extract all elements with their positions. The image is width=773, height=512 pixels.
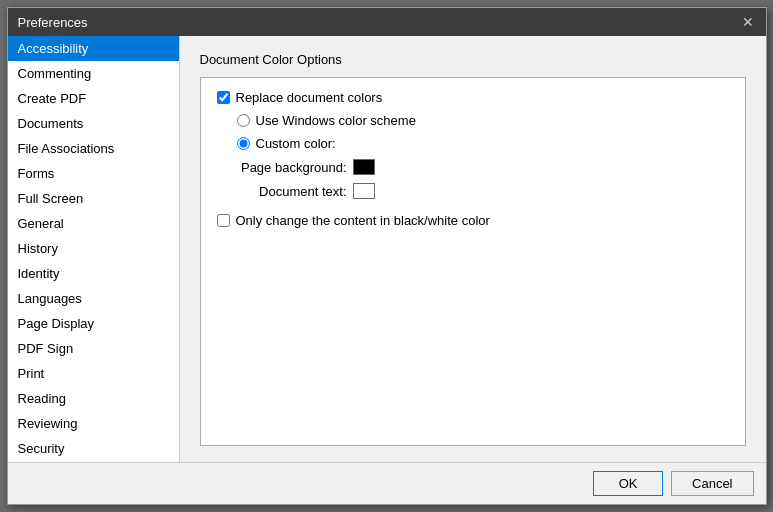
sidebar-item-pdf-sign[interactable]: PDF Sign — [8, 336, 179, 361]
replace-colors-checkbox[interactable] — [217, 91, 230, 104]
custom-color-radio[interactable] — [237, 137, 250, 150]
page-bg-label: Page background: — [237, 160, 347, 175]
doc-text-row: Document text: — [237, 183, 729, 199]
only-change-label[interactable]: Only change the content in black/white c… — [236, 213, 490, 228]
sidebar-item-accessibility[interactable]: Accessibility — [8, 36, 179, 61]
title-bar: Preferences ✕ — [8, 8, 766, 36]
custom-color-row: Custom color: — [237, 136, 729, 151]
preferences-dialog: Preferences ✕ AccessibilityCommentingCre… — [7, 7, 767, 505]
sidebar-item-identity[interactable]: Identity — [8, 261, 179, 286]
dialog-footer: OK Cancel — [8, 462, 766, 504]
sidebar-item-commenting[interactable]: Commenting — [8, 61, 179, 86]
use-windows-radio[interactable] — [237, 114, 250, 127]
sidebar-item-forms[interactable]: Forms — [8, 161, 179, 186]
ok-button[interactable]: OK — [593, 471, 663, 496]
sidebar-item-create-pdf[interactable]: Create PDF — [8, 86, 179, 111]
sidebar-item-security[interactable]: Security — [8, 436, 179, 461]
doc-text-label: Document text: — [237, 184, 347, 199]
only-change-row: Only change the content in black/white c… — [217, 213, 729, 228]
doc-text-swatch[interactable] — [353, 183, 375, 199]
sidebar-item-reviewing[interactable]: Reviewing — [8, 411, 179, 436]
sidebar-item-page-display[interactable]: Page Display — [8, 311, 179, 336]
sidebar-item-file-associations[interactable]: File Associations — [8, 136, 179, 161]
use-windows-label[interactable]: Use Windows color scheme — [256, 113, 416, 128]
cancel-button[interactable]: Cancel — [671, 471, 753, 496]
sidebar-item-languages[interactable]: Languages — [8, 286, 179, 311]
replace-colors-label[interactable]: Replace document colors — [236, 90, 383, 105]
sidebar-item-print[interactable]: Print — [8, 361, 179, 386]
use-windows-row: Use Windows color scheme — [237, 113, 729, 128]
sidebar-item-history[interactable]: History — [8, 236, 179, 261]
page-bg-swatch[interactable] — [353, 159, 375, 175]
section-title: Document Color Options — [200, 52, 746, 67]
sidebar-item-documents[interactable]: Documents — [8, 111, 179, 136]
only-change-checkbox[interactable] — [217, 214, 230, 227]
sidebar: AccessibilityCommentingCreate PDFDocumen… — [8, 36, 180, 462]
dialog-body: AccessibilityCommentingCreate PDFDocumen… — [8, 36, 766, 462]
sidebar-item-general[interactable]: General — [8, 211, 179, 236]
page-background-row: Page background: — [237, 159, 729, 175]
options-box: Replace document colors Use Windows colo… — [200, 77, 746, 446]
custom-color-label[interactable]: Custom color: — [256, 136, 336, 151]
sidebar-item-reading[interactable]: Reading — [8, 386, 179, 411]
replace-colors-row: Replace document colors — [217, 90, 729, 105]
dialog-title: Preferences — [18, 15, 88, 30]
close-icon[interactable]: ✕ — [740, 14, 756, 30]
content-area: Document Color Options Replace document … — [180, 36, 766, 462]
sidebar-item-full-screen[interactable]: Full Screen — [8, 186, 179, 211]
